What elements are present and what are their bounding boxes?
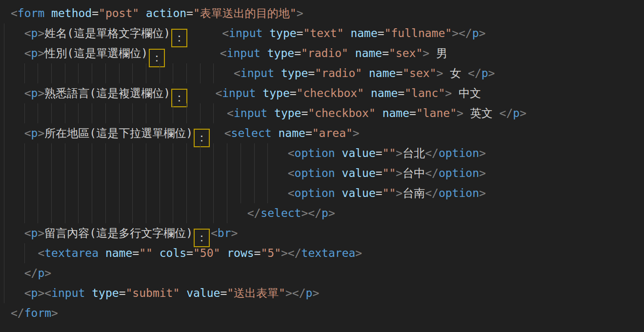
indent-guide	[173, 103, 173, 123]
indent-guide	[92, 183, 92, 203]
tag-name: p	[472, 27, 479, 39]
code-line[interactable]: </select></p>	[11, 203, 644, 223]
attribute-value: ""	[382, 147, 396, 159]
indent-guide	[78, 163, 79, 183]
tag-name: p	[31, 287, 38, 299]
tag-punctuation: >	[396, 167, 402, 179]
tag-punctuation: <	[24, 127, 31, 139]
code-line[interactable]: <p>熟悉語言(這是複選欄位)： <input type="checkbox" …	[11, 83, 644, 103]
attribute-value: ""	[382, 167, 396, 179]
attribute-value: "lane"	[416, 107, 457, 119]
code-line[interactable]: </form>	[11, 303, 644, 323]
indent-guide	[267, 183, 268, 203]
indent-guide	[92, 103, 92, 123]
code-line[interactable]: <p>所在地區(這是下拉選單欄位)： <select name="area">	[11, 123, 644, 143]
indent-guide	[241, 163, 241, 183]
tag-punctuation: >	[281, 247, 288, 259]
code-line[interactable]: <textarea name="" cols="50" rows="5"></t…	[11, 243, 644, 263]
tag-punctuation: <	[11, 7, 18, 20]
tag-punctuation: >	[353, 127, 360, 139]
text-content	[364, 87, 371, 99]
tag-punctuation: </	[425, 187, 439, 199]
text-content: 台南	[402, 187, 425, 199]
code-line[interactable]: <input type="radio" name="sex"> 女 </p>	[11, 63, 644, 83]
code-editor[interactable]: <form method="post" action="表單送出的目的地"> <…	[0, 0, 644, 332]
tag-name: p	[31, 227, 38, 239]
indent-guide	[65, 143, 65, 163]
code-line[interactable]: </p>	[11, 263, 644, 283]
indent-guide	[132, 103, 133, 123]
equals-sign: =	[186, 247, 193, 259]
indent-guide	[213, 163, 214, 183]
code-line[interactable]: <input type="checkbox" name="lane"> 英文 <…	[11, 103, 644, 123]
tag-punctuation: <	[234, 67, 241, 79]
tag-punctuation: >	[44, 267, 51, 279]
indent-guide	[173, 143, 173, 163]
indent-guide	[51, 163, 52, 183]
text-content: 所在地區(這是下拉選單欄位)	[44, 127, 193, 139]
tag-punctuation: >	[297, 7, 303, 20]
indent-guide	[213, 103, 214, 123]
indent-guide	[51, 143, 52, 163]
tag-name: input	[227, 47, 261, 59]
text-content	[211, 127, 224, 139]
attribute-value: "text"	[303, 27, 343, 39]
code-line[interactable]: <form method="post" action="表單送出的目的地">	[11, 3, 644, 23]
indent-whitespace	[11, 87, 24, 99]
tag-punctuation: </	[468, 67, 482, 79]
attribute-name: value	[342, 167, 376, 179]
indent-guide	[38, 163, 38, 183]
tag-punctuation: <	[220, 47, 227, 59]
code-line[interactable]: <option value="">台中</option>	[11, 163, 644, 183]
indent-guide	[267, 163, 268, 183]
attribute-value: "fullname"	[384, 27, 452, 39]
equals-sign: =	[398, 87, 404, 99]
tag-punctuation: >	[38, 127, 44, 139]
indent-guide	[78, 183, 79, 203]
indent-guide	[254, 183, 255, 203]
tag-punctuation: <	[24, 287, 31, 299]
text-content	[153, 247, 160, 259]
indent-guide	[24, 103, 25, 123]
attribute-name: type	[92, 287, 119, 299]
code-line[interactable]: <p>性別(這是單選欄位)： <input type="radio" name=…	[11, 43, 644, 63]
indent-guide	[132, 143, 133, 163]
tag-punctuation: <	[38, 247, 44, 259]
text-content: 女	[443, 67, 468, 79]
indent-guide	[200, 143, 201, 163]
tag-punctuation: >	[457, 107, 463, 119]
tag-punctuation: <	[288, 167, 295, 179]
tag-punctuation: >	[396, 187, 402, 199]
tag-punctuation: </	[11, 307, 24, 319]
attribute-value: "post"	[99, 7, 139, 20]
tag-name: select	[231, 127, 272, 139]
text-content: 男	[429, 47, 447, 59]
code-line[interactable]: <p>姓名(這是單格文字欄位)： <input type="text" name…	[11, 23, 644, 43]
indent-guide	[132, 163, 133, 183]
equals-sign: =	[382, 47, 389, 59]
attribute-value: "5"	[261, 247, 281, 259]
attribute-name: method	[51, 7, 92, 20]
indent-guide	[254, 143, 255, 163]
indent-guide	[213, 63, 214, 83]
tag-name: form	[18, 7, 44, 20]
equals-sign: =	[376, 187, 382, 199]
text-content: 中文	[452, 87, 481, 99]
attribute-name: name	[105, 247, 132, 259]
indent-guide	[119, 103, 120, 123]
text-content	[348, 47, 355, 59]
indent-guide	[160, 63, 160, 83]
code-line[interactable]: <option value="">台北</option>	[11, 143, 644, 163]
tag-punctuation: <	[211, 227, 218, 239]
indent-guide	[38, 203, 38, 223]
tag-punctuation: <	[44, 287, 51, 299]
indent-guide	[146, 103, 146, 123]
indent-guide	[24, 143, 25, 163]
tag-punctuation: >	[312, 287, 319, 299]
code-line[interactable]: <p><input type="submit" value="送出表單"></p…	[11, 283, 644, 303]
attribute-name: name	[350, 27, 377, 39]
code-line[interactable]: <option value="">台南</option>	[11, 183, 644, 203]
code-line[interactable]: <p>留言內容(這是多行文字欄位)：<br>	[11, 223, 644, 243]
indent-guide	[119, 63, 120, 83]
tag-name: form	[24, 307, 51, 319]
